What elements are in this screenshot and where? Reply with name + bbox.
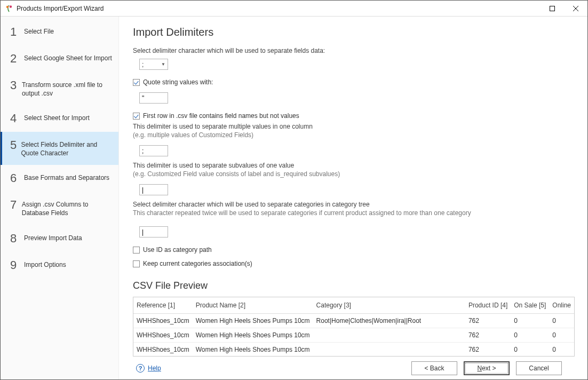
quote-checkbox[interactable] [133, 79, 140, 86]
label-multi-delimiter-sub: (e.g. multiple values of Customized Fiel… [133, 131, 575, 139]
step-1[interactable]: 1 Select File [1, 19, 118, 45]
step-label: Select Google Sheet for Import [21, 53, 112, 63]
step-number: 7 [10, 199, 19, 211]
step-label: Assign .csv Columns to Database Fields [19, 199, 112, 217]
first-row-checkbox[interactable] [133, 113, 140, 120]
step-label: Preview Import Data [21, 233, 82, 243]
col-product-id[interactable]: Product ID [4] [465, 297, 511, 314]
step-label: Transform source .xml file to output .cs… [19, 80, 112, 98]
cell: 0 [511, 328, 549, 343]
chevron-down-icon: ▼ [161, 62, 165, 67]
step-label: Select Fields Delimiter and Quote Charac… [18, 139, 112, 157]
step-number: 5 [10, 139, 18, 151]
col-on-sale[interactable]: On Sale [5] [511, 297, 549, 314]
cell: WHHShoes_10cm [133, 343, 193, 357]
step-8[interactable]: 8 Preview Import Data [1, 225, 118, 252]
table-row[interactable]: WHHShoes_10cm Women High Heels Shoes Pum… [133, 343, 574, 357]
first-row-label: First row in .csv file contains field na… [143, 112, 299, 120]
col-category[interactable]: Category [3] [313, 297, 465, 314]
titlebar: Products Import/Export Wizard [1, 1, 587, 17]
step-number: 4 [10, 113, 21, 124]
cell: WHHShoes_10cm [133, 328, 193, 343]
label-category-delimiter-sub: This character repeated twice will be us… [133, 209, 575, 217]
preview-title: CSV File Preview [133, 280, 575, 291]
help-icon: ? [136, 364, 145, 373]
step-3[interactable]: 3 Transform source .xml file to output .… [1, 72, 118, 105]
step-label: Select Sheet for Import [21, 113, 90, 123]
next-button[interactable]: Next > [464, 361, 510, 375]
footer: ? Help < Back Next > Cancel [133, 357, 575, 379]
step-5[interactable]: 5 Select Fields Delimiter and Quote Char… [1, 132, 118, 165]
back-label: < Back [424, 365, 444, 372]
use-id-checkbox[interactable] [133, 247, 140, 254]
keep-categories-label: Keep current categories association(s) [143, 260, 252, 267]
step-number: 6 [10, 172, 21, 184]
table-row[interactable]: WHHShoes_10cm Women High Heels Shoes Pum… [133, 314, 574, 328]
label-category-delimiter: Select delimiter character which will be… [133, 201, 575, 208]
wizard-sidebar: 1 Select File 2 Select Google Sheet for … [1, 17, 119, 379]
close-button[interactable] [564, 1, 587, 17]
cell: Women High Heels Shoes Pumps 10cm [193, 343, 313, 357]
col-reference[interactable]: Reference [1] [133, 297, 193, 314]
step-6[interactable]: 6 Base Formats and Separators [1, 165, 118, 192]
cell [313, 328, 465, 343]
wizard-window: Products Import/Export Wizard 1 Select F… [0, 0, 588, 380]
quote-label: Quote string values with: [143, 78, 213, 86]
cell: 0 [511, 343, 549, 357]
help-link[interactable]: ? Help [136, 364, 161, 373]
label-multi-delimiter: This delimiter is used to separate multi… [133, 123, 575, 130]
window-title: Products Import/Export Wizard [17, 5, 541, 12]
svg-rect-2 [550, 6, 555, 11]
maximize-button[interactable] [541, 1, 564, 17]
label-field-delimiter: Select delimiter character which will be… [133, 47, 575, 54]
step-number: 9 [10, 259, 21, 271]
quote-char-input[interactable] [139, 92, 168, 104]
table-header-row: Reference [1] Product Name [2] Category … [133, 297, 574, 314]
help-label: Help [148, 365, 161, 372]
subvalue-delimiter-input[interactable] [139, 184, 168, 195]
cell: 0 [549, 314, 574, 328]
step-7[interactable]: 7 Assign .csv Columns to Database Fields [1, 192, 118, 225]
label-subvalue-delimiter: This delimiter is used to separate subva… [133, 162, 575, 169]
cell: Women High Heels Shoes Pumps 10cm [193, 314, 313, 328]
step-number: 8 [10, 233, 21, 244]
cell: 0 [549, 343, 574, 357]
csv-preview-table: Reference [1] Product Name [2] Category … [133, 297, 575, 357]
main-panel: Import Delimiters Select delimiter chara… [119, 17, 587, 379]
svg-point-1 [10, 5, 12, 7]
cell: 762 [465, 343, 511, 357]
step-2[interactable]: 2 Select Google Sheet for Import [1, 45, 118, 72]
cell: Root|Home|Clothes|Women|ira||Root [313, 314, 465, 328]
field-delimiter-value: ; [142, 61, 161, 68]
label-subvalue-delimiter-sub: (e.g. Customized Field value consists of… [133, 170, 575, 178]
multi-delimiter-input[interactable] [139, 145, 168, 156]
cell: 0 [511, 314, 549, 328]
next-label: Next > [477, 365, 496, 372]
col-online[interactable]: Online [549, 297, 574, 314]
back-button[interactable]: < Back [411, 361, 457, 375]
cancel-label: Cancel [529, 365, 549, 372]
cell: 0 [549, 328, 574, 343]
step-label: Import Options [21, 259, 66, 270]
table-row[interactable]: WHHShoes_10cm Women High Heels Shoes Pum… [133, 328, 574, 343]
cancel-button[interactable]: Cancel [516, 361, 562, 375]
category-delimiter-input[interactable] [139, 226, 168, 238]
cell: WHHShoes_10cm [133, 314, 193, 328]
cell: 762 [465, 314, 511, 328]
step-label: Select File [21, 26, 54, 36]
field-delimiter-select[interactable]: ; ▼ [139, 59, 168, 70]
step-4[interactable]: 4 Select Sheet for Import [1, 105, 118, 132]
step-number: 1 [10, 26, 21, 38]
cell: Women High Heels Shoes Pumps 10cm [193, 328, 313, 343]
step-9[interactable]: 9 Import Options [1, 252, 118, 279]
svg-point-0 [6, 5, 9, 7]
use-id-label: Use ID as category path [143, 246, 212, 254]
keep-categories-checkbox[interactable] [133, 260, 140, 267]
cell: 762 [465, 328, 511, 343]
body: 1 Select File 2 Select Google Sheet for … [1, 17, 587, 379]
cell [313, 343, 465, 357]
col-product-name[interactable]: Product Name [2] [193, 297, 313, 314]
app-logo-icon [5, 4, 13, 13]
page-title: Import Delimiters [133, 26, 575, 38]
step-label: Base Formats and Separators [21, 172, 109, 183]
